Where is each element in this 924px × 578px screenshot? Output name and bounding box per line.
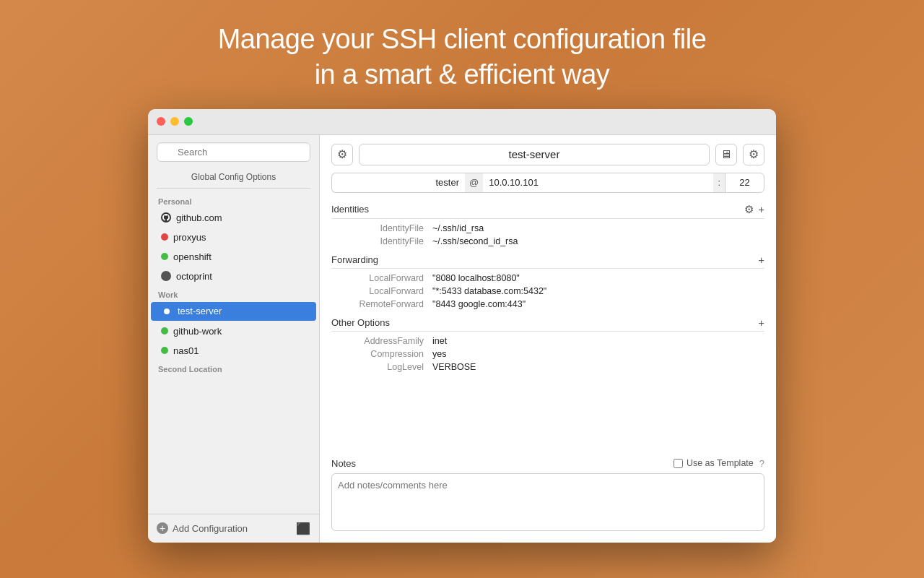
- sidebar-item-label: openshift: [173, 251, 212, 262]
- monitor-button[interactable]: 🖥: [715, 144, 737, 165]
- title-bar: [148, 109, 776, 135]
- identities-gear-button[interactable]: ⚙: [744, 203, 754, 216]
- sidebar-item-openshift[interactable]: openshift: [151, 248, 316, 266]
- sidebar-item-label: github.com: [176, 212, 222, 223]
- forwarding-row-1: LocalForward "8080 localhost:8080": [331, 272, 764, 285]
- forwarding-title: Forwarding: [331, 254, 378, 265]
- username-input[interactable]: [331, 173, 465, 193]
- page-headline: Manage your SSH client configuration fil…: [218, 22, 707, 93]
- identities-actions: ⚙ +: [744, 203, 764, 216]
- other-options-section: Other Options + AddressFamily inet Compr…: [331, 316, 764, 374]
- sidebar-footer: + Add Configuration ⬛: [148, 514, 319, 543]
- selected-icon: [161, 306, 173, 317]
- kv-val: VERBOSE: [432, 362, 476, 372]
- kv-val: "8080 localhost:8080": [432, 273, 520, 283]
- app-window: 🔍 Global Config Options Personal github.…: [148, 109, 776, 543]
- use-as-template-container: Use as Template: [674, 458, 754, 468]
- kv-key: IdentityFile: [331, 223, 432, 233]
- group-label-personal: Personal: [148, 193, 319, 208]
- forwarding-actions: +: [758, 254, 764, 266]
- other-options-section-header: Other Options +: [331, 316, 764, 332]
- settings-button[interactable]: ⚙: [743, 144, 764, 165]
- sidebar-item-test-server[interactable]: test-server: [151, 302, 316, 321]
- colon-sign: :: [713, 173, 725, 193]
- other-options-row-3: LogLevel VERBOSE: [331, 361, 764, 374]
- kv-val: ~/.ssh/second_id_rsa: [432, 236, 518, 246]
- headline-line2: in a smart & efficient way: [315, 59, 610, 90]
- use-as-template-checkbox[interactable]: [674, 459, 683, 468]
- sidebar-item-github-com[interactable]: github.com: [151, 209, 316, 227]
- identities-title: Identities: [331, 204, 369, 215]
- server-name-input[interactable]: [359, 144, 710, 165]
- github-icon: [161, 212, 171, 223]
- kv-key: LocalForward: [331, 273, 432, 283]
- add-config-label: Add Configuration: [173, 523, 248, 534]
- other-options-add-button[interactable]: +: [758, 316, 764, 329]
- notes-right: Use as Template ?: [674, 458, 764, 469]
- other-options-row-2: Compression yes: [331, 348, 764, 361]
- kv-key: AddressFamily: [331, 336, 432, 346]
- kv-val: "8443 google.com:443": [432, 299, 526, 309]
- kv-val: ~/.ssh/id_rsa: [432, 223, 484, 233]
- identities-add-button[interactable]: +: [758, 203, 764, 215]
- sidebar-item-octoprint[interactable]: octoprint: [151, 267, 316, 285]
- forwarding-add-button[interactable]: +: [758, 254, 764, 266]
- status-dot-green: [161, 253, 168, 260]
- sidebar-item-github-work[interactable]: github-work: [151, 322, 316, 340]
- kv-val: inet: [432, 336, 447, 346]
- notes-title: Notes: [331, 458, 356, 469]
- other-options-actions: +: [758, 316, 764, 329]
- sidebar: 🔍 Global Config Options Personal github.…: [148, 135, 320, 543]
- kv-key: LocalForward: [331, 286, 432, 296]
- octoprint-icon: [161, 271, 171, 281]
- identity-row-1: IdentityFile ~/.ssh/id_rsa: [331, 222, 764, 235]
- identities-section: Identities ⚙ + IdentityFile ~/.ssh/id_rs…: [331, 203, 764, 248]
- notes-header: Notes Use as Template ?: [331, 458, 764, 469]
- kv-key: LogLevel: [331, 362, 432, 372]
- forwarding-row-3: RemoteForward "8443 google.com:443": [331, 298, 764, 311]
- sidebar-item-label: nas01: [173, 345, 199, 356]
- sidebar-item-nas01[interactable]: nas01: [151, 342, 316, 360]
- notes-section: Notes Use as Template ?: [331, 451, 764, 534]
- minimize-button[interactable]: [170, 117, 179, 126]
- port-input[interactable]: [725, 173, 764, 193]
- config-gear-button[interactable]: ⚙: [331, 144, 353, 165]
- search-wrapper: 🔍: [157, 142, 310, 162]
- host-input[interactable]: [483, 173, 713, 193]
- status-dot-green: [161, 327, 168, 335]
- identities-section-header: Identities ⚙ +: [331, 203, 764, 219]
- sidebar-item-label: proxyus: [173, 232, 206, 243]
- forwarding-section: Forwarding + LocalForward "8080 localhos…: [331, 254, 764, 311]
- status-dot-green: [161, 347, 168, 354]
- other-options-title: Other Options: [331, 317, 390, 328]
- sidebar-item-label: octoprint: [176, 271, 212, 282]
- kv-key: RemoteForward: [331, 299, 432, 309]
- server-header: ⚙ 🖥 ⚙: [331, 144, 764, 165]
- sidebar-item-label: test-server: [178, 306, 222, 316]
- main-layout: 🔍 Global Config Options Personal github.…: [148, 135, 776, 543]
- identity-row-2: IdentityFile ~/.ssh/second_id_rsa: [331, 235, 764, 248]
- main-content: ⚙ 🖥 ⚙ @ : Identities ⚙ +: [320, 135, 776, 543]
- group-label-second-location: Second Location: [148, 361, 319, 376]
- kv-val: yes: [432, 349, 446, 359]
- kv-key: Compression: [331, 349, 432, 359]
- search-container: 🔍: [148, 135, 319, 169]
- add-circle-icon: +: [157, 522, 168, 534]
- sidebar-item-proxyus[interactable]: proxyus: [151, 228, 316, 246]
- use-as-template-label: Use as Template: [687, 458, 754, 468]
- traffic-lights: [157, 117, 193, 126]
- search-input[interactable]: [157, 142, 310, 162]
- group-label-work: Work: [148, 286, 319, 301]
- global-config-label[interactable]: Global Config Options: [157, 169, 310, 189]
- at-sign: @: [465, 173, 483, 193]
- kv-val: "*:5433 database.com:5432": [432, 286, 546, 296]
- status-dot-red: [161, 233, 168, 241]
- help-icon[interactable]: ?: [759, 458, 764, 469]
- maximize-button[interactable]: [184, 117, 193, 126]
- close-button[interactable]: [157, 117, 165, 126]
- import-icon[interactable]: ⬛: [296, 522, 310, 535]
- add-configuration-button[interactable]: + Add Configuration: [157, 522, 248, 534]
- notes-textarea[interactable]: [331, 473, 764, 531]
- other-options-row-1: AddressFamily inet: [331, 335, 764, 348]
- connection-row: @ :: [331, 173, 764, 193]
